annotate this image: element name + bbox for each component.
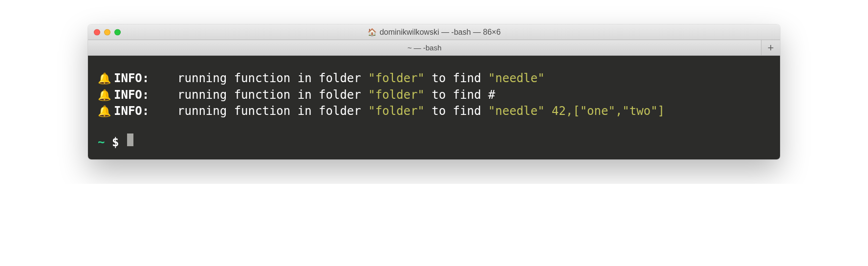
- log-line: 🔔 INFO: running function in folder "fold…: [98, 87, 770, 104]
- tab-label: ~ — -bash: [408, 44, 442, 52]
- log-text: #: [488, 87, 495, 104]
- tab-bar: ~ — -bash +: [88, 40, 780, 56]
- new-tab-button[interactable]: +: [761, 40, 780, 55]
- log-highlight: "folder": [368, 87, 425, 104]
- terminal-window: 🏠 dominikwilkowski — -bash — 86×6 ~ — -b…: [88, 24, 780, 159]
- prompt-path: ~: [98, 134, 112, 151]
- log-prefix: INFO:: [114, 70, 177, 87]
- zoom-icon[interactable]: [114, 29, 121, 35]
- log-text: running function in folder: [177, 87, 368, 104]
- log-line: 🔔 INFO: running function in folder "fold…: [98, 103, 770, 120]
- log-highlight: "folder": [368, 103, 425, 120]
- log-text: to find: [425, 103, 488, 120]
- log-line: 🔔 INFO: running function in folder "fold…: [98, 70, 770, 87]
- terminal-body[interactable]: 🔔 INFO: running function in folder "fold…: [88, 56, 780, 159]
- home-icon: 🏠: [368, 28, 377, 37]
- window-title-text: dominikwilkowski — -bash — 86×6: [380, 28, 501, 37]
- minimize-icon[interactable]: [104, 29, 110, 35]
- cursor-icon: [127, 133, 133, 146]
- bell-icon: 🔔: [98, 88, 111, 103]
- log-text: to find: [425, 87, 488, 104]
- log-text: running function in folder: [177, 103, 368, 120]
- log-text: to find: [425, 70, 488, 87]
- plus-icon: +: [768, 42, 774, 54]
- window-title: 🏠 dominikwilkowski — -bash — 86×6: [368, 28, 501, 37]
- bell-icon: 🔔: [98, 71, 111, 87]
- log-highlight: "needle": [488, 70, 545, 87]
- tab-active[interactable]: ~ — -bash: [88, 40, 761, 55]
- log-text: running function in folder: [177, 70, 368, 87]
- log-prefix: INFO:: [114, 103, 177, 120]
- prompt-line[interactable]: ~ $: [98, 133, 770, 151]
- log-prefix: INFO:: [114, 87, 177, 104]
- window-controls: [94, 29, 121, 35]
- log-highlight: "folder": [368, 70, 425, 87]
- titlebar[interactable]: 🏠 dominikwilkowski — -bash — 86×6: [88, 24, 780, 40]
- log-highlight: "needle" 42,["one","two"]: [488, 103, 665, 120]
- close-icon[interactable]: [94, 29, 100, 35]
- prompt-symbol: $: [112, 134, 126, 151]
- bell-icon: 🔔: [98, 104, 111, 119]
